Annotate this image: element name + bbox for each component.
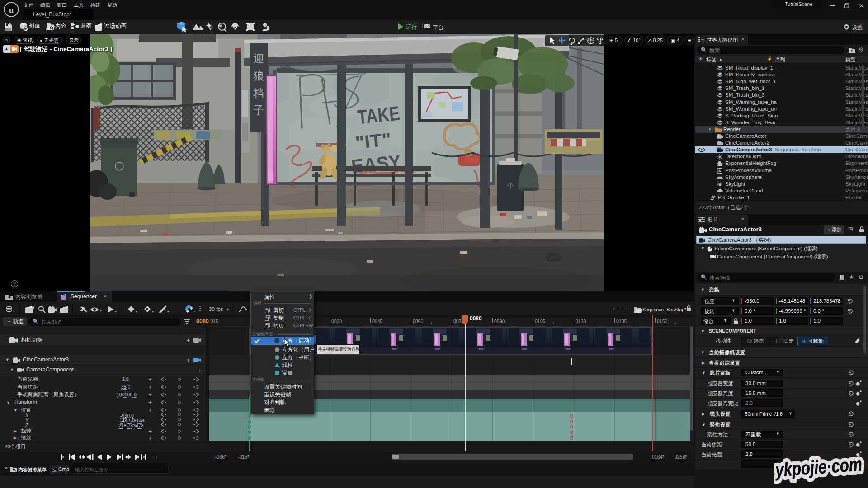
svg-text:u: u [9,5,14,14]
svg-text:ykpojie·com: ykpojie·com [774,453,863,480]
